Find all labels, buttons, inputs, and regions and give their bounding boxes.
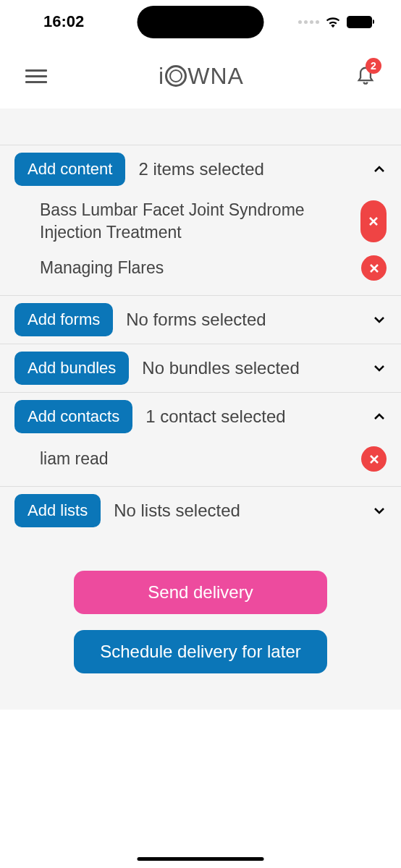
bundles-status: No bundles selected bbox=[142, 358, 359, 378]
wifi-icon bbox=[325, 15, 341, 28]
notifications-button[interactable]: 2 bbox=[355, 64, 376, 88]
lists-section: Add lists No lists selected bbox=[0, 486, 401, 535]
content-status: 2 items selected bbox=[138, 159, 359, 179]
send-delivery-button[interactable]: Send delivery bbox=[74, 571, 327, 614]
content-item: Managing Flares bbox=[0, 250, 401, 286]
close-icon bbox=[368, 263, 380, 274]
add-lists-button[interactable]: Add lists bbox=[14, 494, 101, 527]
chevron-down-icon[interactable] bbox=[372, 503, 387, 518]
logo-text-prefix: i bbox=[159, 63, 164, 90]
content-item-label: Bass Lumbar Facet Joint Syndrome Injecti… bbox=[40, 199, 346, 244]
battery-icon bbox=[347, 16, 372, 28]
logo-o-icon bbox=[165, 65, 187, 87]
schedule-delivery-button[interactable]: Schedule delivery for later bbox=[74, 630, 327, 673]
remove-contact-item-button[interactable] bbox=[361, 446, 387, 472]
close-icon bbox=[368, 454, 380, 465]
content-section-header[interactable]: Add content 2 items selected bbox=[0, 145, 401, 193]
chevron-down-icon[interactable] bbox=[372, 312, 387, 327]
content-items: Bass Lumbar Facet Joint Syndrome Injecti… bbox=[0, 193, 401, 295]
action-buttons: Send delivery Schedule delivery for late… bbox=[0, 535, 401, 710]
notification-badge: 2 bbox=[366, 58, 381, 74]
contacts-section: Add contacts 1 contact selected liam rea… bbox=[0, 392, 401, 486]
remove-content-item-button[interactable] bbox=[360, 200, 387, 242]
status-bar: 16:02 bbox=[0, 0, 401, 43]
bundles-section: Add bundles No bundles selected bbox=[0, 344, 401, 392]
add-content-button[interactable]: Add content bbox=[14, 153, 125, 186]
add-forms-button[interactable]: Add forms bbox=[14, 303, 113, 336]
chevron-up-icon[interactable] bbox=[372, 162, 387, 176]
remove-content-item-button[interactable] bbox=[361, 255, 387, 281]
chevron-down-icon[interactable] bbox=[372, 361, 387, 375]
content-item: Bass Lumbar Facet Joint Syndrome Injecti… bbox=[0, 193, 401, 250]
forms-status: No forms selected bbox=[126, 310, 359, 330]
status-time: 16:02 bbox=[43, 12, 84, 31]
app-logo: i WNA bbox=[159, 63, 244, 90]
menu-button[interactable] bbox=[25, 69, 47, 83]
logo-text-suffix: WNA bbox=[187, 63, 244, 90]
content-section: Add content 2 items selected Bass Lumbar… bbox=[0, 145, 401, 295]
lists-status: No lists selected bbox=[114, 501, 359, 521]
app-header: i WNA 2 bbox=[0, 43, 401, 109]
contacts-section-header[interactable]: Add contacts 1 contact selected bbox=[0, 392, 401, 441]
forms-section: Add forms No forms selected bbox=[0, 295, 401, 344]
contacts-items: liam read bbox=[0, 441, 401, 486]
forms-section-header[interactable]: Add forms No forms selected bbox=[0, 295, 401, 344]
add-contacts-button[interactable]: Add contacts bbox=[14, 400, 132, 433]
notch bbox=[138, 6, 264, 38]
bundles-section-header[interactable]: Add bundles No bundles selected bbox=[0, 344, 401, 392]
contacts-status: 1 contact selected bbox=[145, 407, 359, 427]
content-item-label: Managing Flares bbox=[40, 257, 347, 279]
add-bundles-button[interactable]: Add bundles bbox=[14, 352, 129, 385]
lists-section-header[interactable]: Add lists No lists selected bbox=[0, 486, 401, 535]
status-icons bbox=[298, 15, 372, 28]
contact-item-label: liam read bbox=[40, 448, 347, 470]
home-indicator[interactable] bbox=[138, 857, 264, 861]
chevron-up-icon[interactable] bbox=[372, 409, 387, 424]
cellular-signal-icon bbox=[298, 20, 319, 24]
close-icon bbox=[368, 216, 379, 227]
main-content: Add content 2 items selected Bass Lumbar… bbox=[0, 109, 401, 710]
contact-item: liam read bbox=[0, 441, 401, 477]
